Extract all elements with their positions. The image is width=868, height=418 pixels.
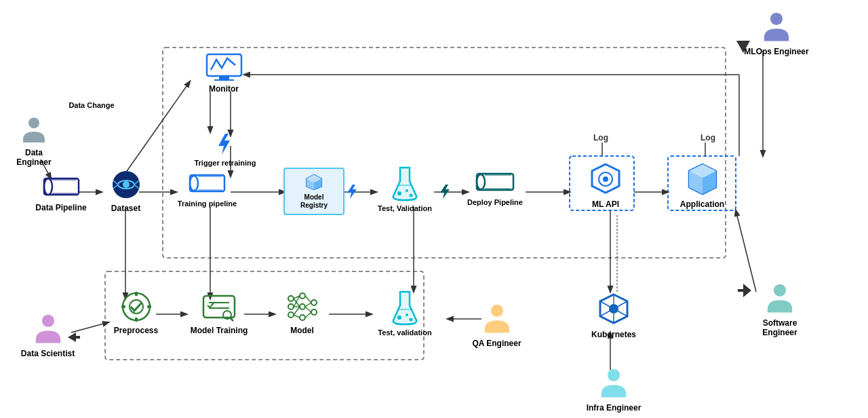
svg-rect-49 [190, 175, 224, 191]
log-mlapi-label: Log [593, 131, 608, 143]
test-validation-bottom-label: Test, validation [378, 328, 431, 337]
dataset-icon [110, 168, 142, 201]
data-pipeline-label: Data Pipeline [35, 203, 86, 212]
svg-rect-88 [147, 305, 151, 308]
ml-api-icon [588, 162, 623, 197]
preprocess-icon [120, 290, 153, 323]
software-engineer-node: Software Engineer [746, 282, 814, 338]
svg-marker-59 [347, 185, 357, 199]
software-engineer-label: Software Engineer [746, 318, 814, 338]
trigger-retraining-label: Trigger retraining [194, 159, 256, 168]
svg-point-124 [774, 284, 786, 297]
model-registry-icon [300, 173, 328, 191]
qa-engineer-node: QA Engineer [468, 302, 526, 348]
test-validation-bottom-node: Test, validation [374, 290, 435, 337]
svg-marker-48 [218, 134, 230, 155]
svg-rect-47 [214, 79, 234, 81]
qa-engineer-label: QA Engineer [472, 339, 521, 348]
test-validation-top-label: Test, Validation [378, 204, 432, 213]
dataset-node: Dataset [100, 168, 151, 213]
application-label: Application [680, 200, 724, 209]
svg-point-79 [770, 13, 783, 25]
svg-point-63 [406, 189, 408, 192]
data-engineer-label: Data Engineer [7, 148, 61, 168]
svg-point-99 [300, 315, 305, 320]
test-validation-top-icon [391, 166, 419, 202]
model-node: Model [277, 290, 328, 335]
svg-point-72 [603, 176, 608, 182]
monitor-label: Monitor [209, 84, 239, 94]
svg-point-83 [123, 293, 150, 320]
svg-point-123 [608, 369, 620, 381]
svg-point-94 [288, 296, 294, 301]
svg-point-117 [490, 305, 502, 317]
svg-line-16 [125, 81, 190, 173]
mlops-engineer-node: MLOps Engineer [743, 10, 810, 56]
svg-point-35 [44, 178, 52, 195]
model-icon [285, 290, 319, 323]
data-scientist-icon [31, 312, 65, 346]
model-training-node: Model Training [189, 290, 250, 335]
training-pipeline-node: Training pipeline [175, 171, 239, 208]
deploy-pipeline-node: Deploy Pipeline [461, 170, 529, 207]
preprocess-label: Preprocess [114, 326, 158, 335]
data-engineer-icon [19, 115, 49, 145]
svg-point-33 [28, 117, 39, 128]
mlops-engineer-icon [760, 10, 793, 44]
svg-point-114 [397, 316, 401, 320]
svg-line-111 [305, 312, 311, 318]
deploy-pipeline-label: Deploy Pipeline [467, 198, 523, 207]
data-pipeline-node: Data Pipeline [31, 173, 92, 212]
svg-point-98 [300, 304, 305, 309]
svg-point-95 [288, 304, 294, 309]
ds-arrow-icon [68, 332, 80, 345]
data-scientist-label: Data Scientist [21, 349, 75, 358]
svg-marker-80 [736, 41, 750, 53]
dataset-label: Dataset [111, 204, 140, 213]
svg-point-50 [190, 176, 198, 191]
sw-eng-arrow-icon [738, 284, 751, 300]
model-training-icon [202, 290, 236, 323]
trigger-icon [215, 132, 235, 156]
svg-marker-125 [738, 284, 751, 297]
lightning-icon-top [344, 183, 358, 203]
model-training-label: Model Training [191, 326, 248, 335]
infra-engineer-node: Infra Engineer [583, 366, 644, 413]
svg-line-107 [294, 315, 300, 318]
svg-point-122 [609, 304, 618, 314]
log-app-label: Log [701, 131, 715, 143]
svg-marker-65 [440, 185, 450, 199]
svg-line-106 [294, 307, 300, 315]
monitor-icon [205, 53, 243, 81]
svg-point-100 [311, 300, 317, 305]
svg-rect-86 [135, 318, 138, 322]
svg-point-40 [123, 181, 130, 188]
ml-api-node: ML API [575, 162, 636, 209]
model-registry-node: Model Registry [283, 168, 344, 215]
infra-engineer-icon [597, 366, 631, 400]
infra-engineer-label: Infra Engineer [587, 403, 642, 413]
svg-point-97 [300, 293, 305, 299]
application-icon [685, 162, 720, 197]
kubernetes-icon [596, 292, 631, 327]
preprocess-node: Preprocess [107, 290, 165, 335]
ml-api-label: ML API [592, 200, 619, 209]
mlops-diagram: Data Engineer Data Change Data Pipeline … [0, 0, 868, 418]
model-registry-label: Model Registry [290, 193, 338, 210]
training-pipeline-label: Training pipeline [178, 200, 237, 208]
svg-rect-34 [44, 178, 79, 195]
svg-line-31 [736, 210, 756, 292]
trigger-retraining-node: Trigger retraining [191, 132, 259, 168]
svg-line-109 [305, 303, 311, 307]
svg-point-115 [406, 314, 408, 316]
data-change-node: Data Change [61, 98, 122, 110]
data-engineer-node: Data Engineer [7, 115, 61, 168]
monitor-node: Monitor [193, 53, 254, 94]
svg-rect-87 [121, 305, 125, 308]
qa-engineer-icon [480, 302, 514, 336]
data-pipeline-icon [43, 173, 80, 200]
data-change-label: Data Change [68, 101, 114, 110]
svg-point-81 [41, 315, 54, 327]
training-pipeline-icon [189, 171, 226, 197]
software-engineer-icon [763, 282, 797, 316]
